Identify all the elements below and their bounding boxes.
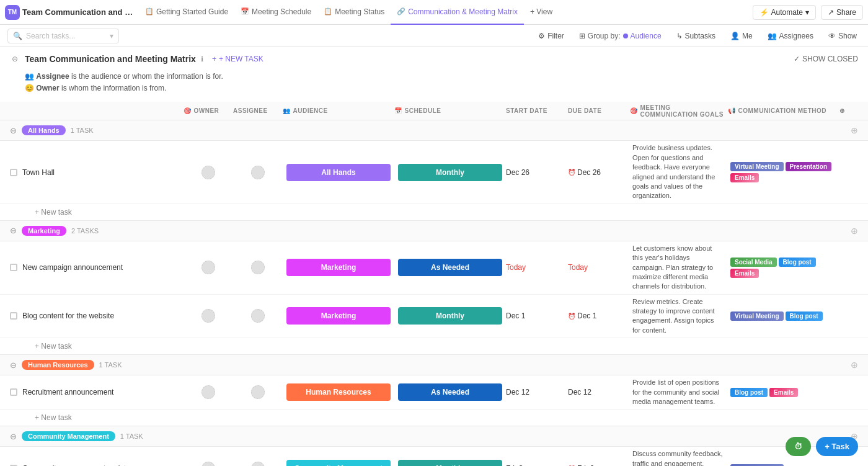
task-row: Community management updateCommunity Man… xyxy=(0,447,868,466)
group-add-icon[interactable]: ⊕ xyxy=(851,360,858,370)
group-add-icon[interactable]: ⊕ xyxy=(851,226,858,236)
assignee-emoji: 👥 xyxy=(25,72,36,81)
assignee-cell xyxy=(233,309,283,323)
add-task-link[interactable]: + New task xyxy=(35,342,858,351)
app-icon: TM xyxy=(5,5,20,20)
add-task-link[interactable]: + New task xyxy=(35,413,858,422)
goals-cell: Let customers know about this year's hol… xyxy=(630,241,728,294)
group-collapse-button[interactable]: ⊖ xyxy=(10,432,17,441)
assignee-avatar xyxy=(251,462,265,466)
col-schedule: 📅 SCHEDULE xyxy=(394,107,506,114)
me-button[interactable]: 👤 Me xyxy=(727,30,756,42)
automate-button[interactable]: ⚡ Automate ▾ xyxy=(753,5,816,20)
timer-button[interactable]: ⏱ xyxy=(786,437,811,456)
comm-badge: Social Media xyxy=(730,258,777,267)
audience-pill: Community Management xyxy=(286,460,391,466)
me-icon: 👤 xyxy=(730,32,740,40)
col-audience: 👥 AUDIENCE xyxy=(283,107,394,114)
search-box[interactable]: 🔍 Search tasks... ▾ xyxy=(7,29,119,43)
column-headers: 🎯 OWNER ASSIGNEE 👥 AUDIENCE 📅 SCHEDULE S… xyxy=(0,102,868,120)
comm-methods-cell: Blog postEmails xyxy=(728,385,839,400)
group-title-row: ⊖All Hands1 TASK⊕ xyxy=(0,120,868,141)
tab-add-view[interactable]: + View xyxy=(524,0,559,25)
group-collapse-button[interactable]: ⊖ xyxy=(10,126,17,135)
task-name[interactable]: Blog content for the website xyxy=(22,311,114,320)
collapse-button[interactable]: ⊖ xyxy=(10,54,20,64)
task-name[interactable]: New campaign announcement xyxy=(22,263,123,272)
filter-button[interactable]: ⚙ Filter xyxy=(534,30,568,42)
task-name[interactable]: Recruitment announcement xyxy=(22,388,113,397)
assignees-button[interactable]: 👥 Assignees xyxy=(764,30,817,42)
tab-icon-3: 📋 xyxy=(324,7,332,16)
task-checkbox[interactable] xyxy=(10,388,17,396)
group-title-row: ⊖Human Resources1 TASK⊕ xyxy=(0,355,868,375)
comm-badge: Blog post xyxy=(779,258,816,267)
comm-badge: Blog post xyxy=(786,311,823,321)
group-by-button[interactable]: ⊞ Group by: Audience xyxy=(575,30,665,42)
tab-icon-1: 📋 xyxy=(145,7,154,16)
schedule-pill: Monthly xyxy=(398,164,502,181)
add-task-float-button[interactable]: + Task xyxy=(816,437,858,456)
show-button[interactable]: 👁 Show xyxy=(825,30,861,42)
group-collapse-button[interactable]: ⊖ xyxy=(10,361,17,370)
schedule-pill: As Needed xyxy=(398,259,502,276)
nav-right: ⚡ Automate ▾ ↗ Share xyxy=(753,5,863,20)
group-title-row: ⊖Community Management1 TASK⊕ xyxy=(0,426,868,447)
subtasks-button[interactable]: ↳ Subtasks xyxy=(673,30,719,42)
schedule-pill: As Needed xyxy=(398,383,502,401)
assignee-avatar xyxy=(251,309,265,323)
audience-cell: Marketing xyxy=(283,305,394,327)
start-date-cell: Dec 1 xyxy=(506,311,568,320)
add-task-row: + New task xyxy=(0,338,868,355)
group-badge: All Hands xyxy=(22,125,66,135)
tab-meeting-schedule[interactable]: 📅 Meeting Schedule xyxy=(234,0,317,25)
assignee-cell xyxy=(233,385,283,399)
clock-icon: ⏰ xyxy=(568,313,575,320)
due-date-text: Dec 1 xyxy=(577,311,596,320)
share-button[interactable]: ↗ Share xyxy=(821,5,863,20)
task-checkbox[interactable] xyxy=(10,264,17,271)
clock-icon: ⏰ xyxy=(568,169,575,176)
schedule-cell: Monthly xyxy=(394,305,506,327)
main-content: ⊖ Team Communication and Meeting Matrix … xyxy=(0,47,868,466)
nav-tabs: 📋 Getting Started Guide 📅 Meeting Schedu… xyxy=(139,0,559,25)
comm-methods-cell: Virtual MeetingBlog post xyxy=(728,309,839,323)
due-date-text: Dec 12 xyxy=(568,388,591,397)
new-task-button[interactable]: + + NEW TASK xyxy=(208,53,267,65)
assignee-avatar xyxy=(251,385,265,399)
task-checkbox[interactable] xyxy=(10,169,17,176)
owner-cell xyxy=(184,385,233,399)
tab-getting-started[interactable]: 📋 Getting Started Guide xyxy=(139,0,234,25)
comm-badge: Emails xyxy=(730,173,759,182)
group-add-icon[interactable]: ⊕ xyxy=(851,125,858,135)
toolbar: 🔍 Search tasks... ▾ ⚙ Filter ⊞ Group by:… xyxy=(0,25,868,47)
project-header: ⊖ Team Communication and Meeting Matrix … xyxy=(0,47,868,68)
audience-pill: Marketing xyxy=(286,307,391,325)
comm-col-icon: 📢 xyxy=(728,107,736,114)
schedule-cell: Monthly xyxy=(394,457,506,466)
schedule-pill: Monthly xyxy=(398,460,502,466)
comm-badge: Virtual Meeting xyxy=(730,311,784,321)
show-closed-button[interactable]: ✓ SHOW CLOSED xyxy=(794,55,858,63)
group-count: 1 TASK xyxy=(120,432,143,440)
assignee-cell xyxy=(233,462,283,466)
audience-cell: Human Resources xyxy=(283,381,394,403)
comm-badge: Presentation xyxy=(786,162,832,171)
owner-avatar xyxy=(202,166,215,179)
comm-badge: Emails xyxy=(769,388,798,397)
group-collapse-button[interactable]: ⊖ xyxy=(10,226,17,235)
group-icon: ⊞ xyxy=(579,32,585,40)
task-name[interactable]: Town Hall xyxy=(22,168,55,177)
tab-comm-matrix[interactable]: 🔗 Communication & Meeting Matrix xyxy=(391,0,524,25)
goals-cell: Discuss community feedback, traffic and … xyxy=(630,447,728,466)
schedule-col-icon: 📅 xyxy=(394,107,402,114)
tab-meeting-status[interactable]: 📋 Meeting Status xyxy=(317,0,391,25)
start-date-cell: Today xyxy=(506,263,568,272)
add-task-link[interactable]: + New task xyxy=(35,208,858,217)
assignee-cell xyxy=(233,261,283,274)
group-section: ⊖All Hands1 TASK⊕Town HallAll HandsMonth… xyxy=(0,120,868,220)
task-checkbox[interactable] xyxy=(10,312,17,320)
due-date-cell: Today xyxy=(568,263,630,272)
task-row: Town HallAll HandsMonthlyDec 26⏰Dec 26Pr… xyxy=(0,141,868,204)
goals-cell: Review metrics. Create strategy to impro… xyxy=(630,295,728,338)
